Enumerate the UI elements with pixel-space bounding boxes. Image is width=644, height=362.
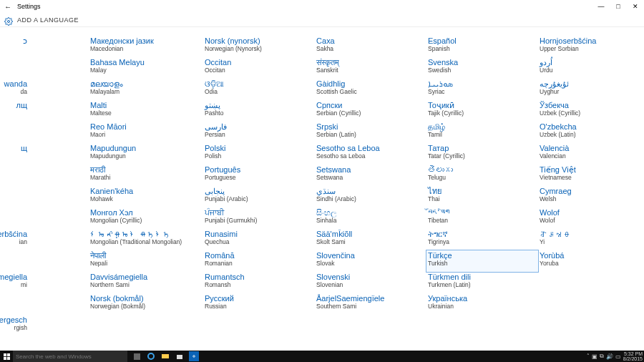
language-item[interactable]: GàidhligScottish Gaelic [315, 79, 426, 100]
language-item[interactable]: සිංහලSinhala [315, 207, 426, 229]
minimize-button[interactable]: — [592, 0, 610, 13]
language-item[interactable]: नेपालीNepali [89, 250, 203, 272]
maximize-button[interactable]: □ [610, 0, 627, 13]
language-item[interactable]: ᠮᠣᠩᠭᠣᠯ ᠬᠡᠯᠡMongolian (Traditional Mongol… [89, 229, 203, 250]
language-item[interactable]: Tiếng ViệtVietnamese [538, 165, 644, 186]
language-item[interactable]: O'zbekchaUzbek (Latin) [538, 122, 644, 143]
language-item[interactable]: Kanien'kéhaMohawk [89, 186, 203, 207]
language-item[interactable]: MaltiMaltese [89, 100, 203, 122]
language-item[interactable]: سنڌيSindhi (Arabic) [315, 186, 426, 207]
language-item[interactable]: erbšćinaian [0, 229, 31, 250]
language-item[interactable]: щ [0, 143, 31, 165]
language-item[interactable]: PolskiPolish [203, 143, 315, 165]
tray-volume-icon[interactable]: 🔊 [606, 353, 613, 360]
language-item[interactable]: SrpskiSerbian (Latin) [315, 122, 426, 143]
language-item[interactable]: فارسىPersian [203, 122, 315, 143]
language-item[interactable]: ValenciàValencian [538, 143, 644, 165]
language-item[interactable]: OccitanOccitan [203, 57, 315, 79]
language-native-name: Polski [205, 144, 311, 153]
language-item[interactable]: СахаSakha [315, 36, 426, 57]
language-item[interactable]: ئۇيغۇرچەUyghur [538, 79, 644, 100]
language-item[interactable]: TürkçeTurkish [426, 250, 538, 272]
language-item[interactable]: RumantschRomansh [203, 272, 315, 293]
language-item[interactable]: Sesotho sa LeboaSesotho sa Leboa [315, 143, 426, 165]
language-item[interactable]: मराठीMarathi [89, 165, 203, 186]
language-item[interactable] [0, 207, 31, 229]
language-item[interactable]: తెలుగుTelugu [426, 165, 538, 186]
language-item[interactable]: Sámegiellami [0, 272, 31, 293]
language-item[interactable]: Монгол ХэлMongolian (Cyrillic) [89, 207, 203, 229]
tray-overflow-icon[interactable]: ˄ [587, 353, 590, 359]
language-item[interactable]: മലയാളംMalayalam [89, 79, 203, 100]
language-item[interactable]: СрпскиSerbian (Cyrillic) [315, 100, 426, 122]
language-item[interactable]: ไทยThai [426, 186, 538, 207]
language-item[interactable]: УкраїнськаUkrainian [426, 293, 538, 315]
language-item[interactable]: Sää'mǩiõllSkolt Sami [315, 229, 426, 250]
language-item[interactable] [0, 122, 31, 143]
language-item[interactable]: RomânăRomanian [203, 250, 315, 272]
language-item[interactable]: CymraegWelsh [538, 186, 644, 207]
language-item[interactable]: Македонски јазикMacedonian [89, 36, 203, 57]
language-item[interactable] [0, 250, 31, 272]
language-item[interactable]: Norsk (nynorsk)Norwegian (Nynorsk) [203, 36, 315, 57]
language-item[interactable]: ਪੰਜਾਬੀPunjabi (Gurmukhi) [203, 207, 315, 229]
language-native-name: Українська [428, 294, 534, 303]
store-icon[interactable] [175, 351, 185, 361]
language-item[interactable]: ТатарTatar (Cyrillic) [426, 143, 538, 165]
language-item[interactable]: ɔ [0, 36, 31, 57]
settings-taskbar-icon[interactable] [189, 351, 199, 361]
language-native-name: Sesotho sa Leboa [316, 144, 422, 153]
language-item[interactable]: wandada [0, 79, 31, 100]
language-item[interactable]: தமிழ்Tamil [426, 122, 538, 143]
language-item[interactable]: MapudungunMapudungun [89, 143, 203, 165]
language-item[interactable]: اُردوUrdu [538, 57, 644, 79]
start-button[interactable] [0, 351, 13, 362]
language-item[interactable]: лщ [0, 100, 31, 122]
language-item[interactable]: DavvisámegiellaNorthern Sami [89, 272, 203, 293]
language-item[interactable]: ܣܘܪܝܝܐSyriac [426, 79, 538, 100]
task-view-icon[interactable] [132, 351, 142, 361]
language-native-name: Ўзбекча [540, 101, 644, 110]
language-english-name: Occitan [205, 67, 311, 74]
language-item[interactable]: SlovenčinaSlovak [315, 250, 426, 272]
language-item[interactable]: Türkmen diliTurkmen (Latin) [426, 272, 538, 293]
language-item[interactable]: ЎзбекчаUzbek (Cyrillic) [538, 100, 644, 122]
file-explorer-icon[interactable] [160, 351, 170, 361]
language-item[interactable]: РусскийRussian [203, 293, 315, 315]
language-item[interactable]: བོད་ཡིགTibetan [426, 207, 538, 229]
language-item[interactable]: EspañolSpanish [426, 36, 538, 57]
language-item[interactable]: YorùbáYoruba [538, 250, 644, 272]
back-button[interactable]: ← [0, 3, 16, 11]
tray-people-icon[interactable]: ▣ [592, 353, 597, 360]
language-item[interactable]: SlovenskiSlovenian [315, 272, 426, 293]
tray-network-icon[interactable]: ⧉ [600, 353, 604, 360]
language-item[interactable] [0, 186, 31, 207]
language-item[interactable]: ଓଡ଼ିଆOdia [203, 79, 315, 100]
tray-notifications-icon[interactable]: ▭ [615, 353, 621, 360]
taskbar-clock[interactable]: 5:32 PM 8/2/2015 [623, 351, 643, 361]
language-item[interactable]: ꆈꌠꁱꂷYi [538, 229, 644, 250]
taskbar-search-input[interactable] [13, 351, 127, 362]
language-item[interactable] [0, 293, 31, 315]
language-item[interactable]: ትግርኛTigrinya [426, 229, 538, 250]
language-item[interactable]: پښتوPashto [203, 100, 315, 122]
language-item[interactable]: RunasimiQuechua [203, 229, 315, 250]
language-item[interactable] [0, 57, 31, 79]
language-item[interactable]: HornjoserbšćinaUpper Sorbian [538, 36, 644, 57]
language-item[interactable]: संस्कृतम्Sanskrit [315, 57, 426, 79]
language-english-name: Marathi [90, 175, 199, 182]
close-button[interactable]: ✕ [627, 0, 644, 13]
language-item[interactable]: ТоҷикӣTajik (Cyrillic) [426, 100, 538, 122]
language-item[interactable]: ÅarjelSaemiengïeleSouthern Sami [315, 293, 426, 315]
language-item[interactable]: SvenskaSwedish [426, 57, 538, 79]
edge-icon[interactable] [146, 351, 156, 361]
language-item[interactable]: Norsk (bokmål)Norwegian (Bokmål) [89, 293, 203, 315]
language-item[interactable]: Bahasa MelayuMalay [89, 57, 203, 79]
language-item[interactable]: WolofWolof [538, 207, 644, 229]
language-item[interactable]: PortuguêsPortuguese [203, 165, 315, 186]
language-item[interactable]: uergeschrgish [0, 315, 31, 336]
language-item[interactable] [0, 165, 31, 186]
language-item[interactable]: Reo MāoriMaori [89, 122, 203, 143]
language-item[interactable]: SetswanaSetswana [315, 165, 426, 186]
language-item[interactable]: پنجابیPunjabi (Arabic) [203, 186, 315, 207]
